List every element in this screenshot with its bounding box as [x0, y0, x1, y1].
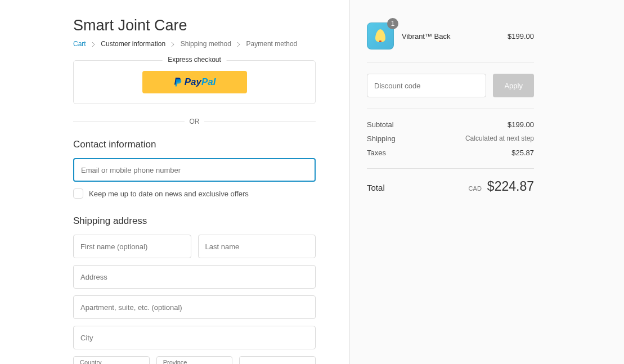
apartment-field[interactable] — [73, 295, 316, 319]
contact-information-title: Contact information — [73, 139, 316, 150]
quantity-badge: 1 — [387, 18, 398, 29]
postal-code-field[interactable] — [239, 356, 316, 364]
chevron-right-icon — [170, 41, 175, 48]
breadcrumb-payment-method: Payment method — [246, 40, 298, 48]
paypal-text-pal: Pal — [201, 77, 216, 87]
shipping-label: Shipping — [367, 134, 396, 143]
breadcrumb-shipping-method: Shipping method — [181, 40, 231, 48]
province-select[interactable]: Ontario — [156, 356, 233, 364]
shipping-value: Calculated at next step — [465, 134, 534, 143]
breadcrumb: Cart Customer information Shipping metho… — [73, 40, 316, 48]
chevron-right-icon — [236, 41, 241, 48]
taxes-value: $25.87 — [511, 149, 534, 157]
newsletter-checkbox[interactable] — [73, 188, 83, 199]
paypal-text-pay: Pay — [185, 77, 201, 87]
email-field[interactable] — [73, 158, 316, 182]
breadcrumb-cart[interactable]: Cart — [73, 40, 86, 48]
product-name: Vibrant™ Back — [402, 32, 508, 41]
express-checkout-box: Express checkout PayPal — [73, 60, 316, 104]
line-item: 1 Vibrant™ Back $199.00 — [367, 23, 534, 62]
paypal-button[interactable]: PayPal — [142, 71, 247, 93]
currency-code: CAD — [469, 185, 482, 192]
or-separator: OR — [73, 118, 316, 125]
page-title: Smart Joint Care — [73, 17, 316, 34]
country-select[interactable]: Canada — [73, 356, 150, 364]
first-name-field[interactable] — [73, 235, 191, 258]
subtotal-label: Subtotal — [367, 120, 394, 129]
product-price: $199.00 — [508, 32, 534, 41]
svg-rect-0 — [379, 41, 381, 42]
total-label: Total — [367, 183, 385, 192]
total-amount: $224.87 — [487, 179, 534, 194]
paypal-icon — [173, 78, 182, 89]
country-select-wrap: Country Canada — [73, 356, 150, 364]
breadcrumb-customer-information: Customer information — [101, 40, 165, 48]
last-name-field[interactable] — [198, 235, 316, 258]
province-select-wrap: Province Ontario — [156, 356, 233, 364]
apply-discount-button[interactable]: Apply — [493, 74, 534, 97]
chevron-right-icon — [91, 41, 96, 48]
express-checkout-label: Express checkout — [162, 56, 227, 64]
newsletter-label: Keep me up to date on news and exclusive… — [89, 190, 249, 198]
shipping-address-title: Shipping address — [73, 215, 316, 227]
address-field[interactable] — [73, 265, 316, 289]
subtotal-value: $199.00 — [508, 120, 534, 129]
discount-code-field[interactable] — [367, 74, 486, 97]
taxes-label: Taxes — [367, 149, 386, 157]
city-field[interactable] — [73, 326, 316, 349]
